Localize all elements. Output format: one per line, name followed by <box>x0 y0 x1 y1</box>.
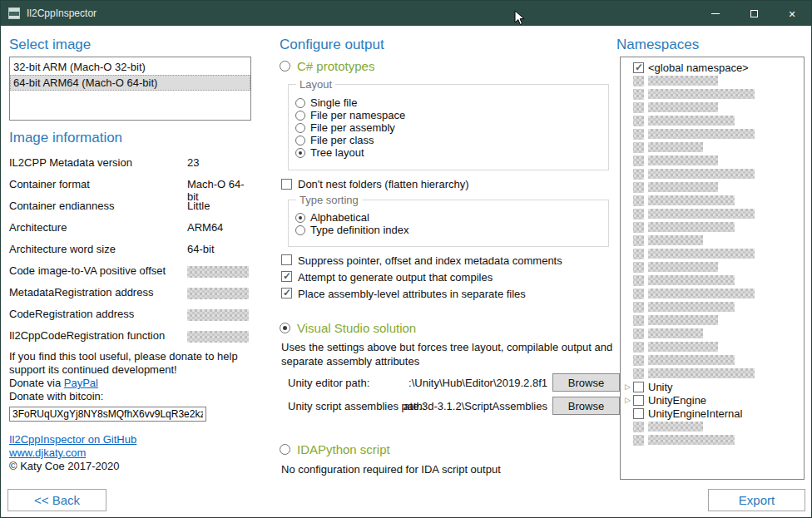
namespace-item[interactable]: <global namespace> <box>622 61 804 74</box>
expander-icon[interactable] <box>622 382 633 391</box>
csharp-prototypes-radio[interactable]: C# prototypes <box>280 59 374 73</box>
namespace-item[interactable] <box>622 420 804 433</box>
namespace-item[interactable] <box>622 287 804 300</box>
namespace-checkbox[interactable] <box>633 62 644 73</box>
maximize-button[interactable] <box>735 1 773 26</box>
close-button[interactable] <box>773 1 811 26</box>
namespace-item[interactable] <box>622 274 804 287</box>
namespace-checkbox[interactable] <box>633 262 644 273</box>
layout-option-radio[interactable]: Single file <box>295 96 608 109</box>
image-list-item[interactable]: 32-bit ARM (Mach-O 32-bit) <box>10 59 250 75</box>
radio-icon[interactable] <box>295 98 305 108</box>
namespace-checkbox[interactable] <box>633 368 644 379</box>
namespace-checkbox[interactable] <box>633 328 644 339</box>
namespace-checkbox[interactable] <box>633 249 644 259</box>
namespace-checkbox[interactable] <box>633 395 644 406</box>
type-sorting-option-radio[interactable]: Alphabetical <box>295 211 608 224</box>
namespace-item[interactable] <box>622 87 804 101</box>
namespace-item[interactable]: UnityEngineInternal <box>622 407 804 420</box>
namespace-checkbox[interactable] <box>633 355 644 366</box>
namespace-item[interactable] <box>622 127 804 141</box>
namespace-item[interactable] <box>622 340 804 353</box>
namespaces-list[interactable]: <global namespace> <box>620 57 805 480</box>
namespace-item[interactable] <box>622 194 804 207</box>
layout-option-radio[interactable]: Tree layout <box>295 146 608 159</box>
radio-icon[interactable] <box>295 213 305 223</box>
namespace-item[interactable] <box>622 141 804 154</box>
minimize-button[interactable] <box>696 1 735 26</box>
namespace-item[interactable] <box>622 367 804 380</box>
namespace-checkbox[interactable] <box>633 142 644 153</box>
namespace-checkbox[interactable] <box>633 89 644 100</box>
namespace-checkbox[interactable] <box>633 76 644 86</box>
namespace-item[interactable] <box>622 313 804 327</box>
namespace-item[interactable] <box>622 247 804 260</box>
type-sorting-option-radio[interactable]: Type definition index <box>295 224 608 236</box>
namespace-item[interactable] <box>622 167 804 180</box>
namespace-item[interactable] <box>622 327 804 340</box>
paypal-link[interactable]: PayPal <box>64 377 98 389</box>
namespace-checkbox[interactable] <box>633 209 644 220</box>
namespace-item[interactable] <box>622 220 804 234</box>
layout-option-radio[interactable]: File per assembly <box>295 121 608 134</box>
namespace-item[interactable] <box>622 234 804 247</box>
namespace-checkbox[interactable] <box>633 222 644 233</box>
checkbox-icon[interactable] <box>281 254 292 265</box>
namespace-checkbox[interactable] <box>633 289 644 299</box>
radio-icon[interactable] <box>295 123 305 133</box>
namespace-item[interactable] <box>622 74 804 87</box>
image-list-item[interactable]: 64-bit ARM64 (Mach-O 64-bit) <box>10 75 250 91</box>
visual-studio-solution-radio[interactable]: Visual Studio solution <box>280 321 416 335</box>
radio-icon[interactable] <box>280 61 290 72</box>
flatten-hierarchy-checkbox[interactable]: Don't nest folders (flatten hierarchy) <box>281 178 469 190</box>
export-button[interactable]: Export <box>708 489 805 511</box>
namespace-checkbox[interactable] <box>633 382 644 392</box>
namespace-checkbox[interactable] <box>633 182 644 193</box>
output-option-checkbox[interactable]: Attempt to generate output that compiles <box>281 271 614 288</box>
namespace-item[interactable] <box>622 300 804 313</box>
expander-icon[interactable] <box>622 396 633 404</box>
image-listbox[interactable]: 32-bit ARM (Mach-O 32-bit) 64-bit ARM64 … <box>9 57 251 121</box>
radio-icon[interactable] <box>280 323 290 333</box>
radio-icon[interactable] <box>280 444 290 455</box>
namespace-checkbox[interactable] <box>633 235 644 246</box>
namespace-item[interactable] <box>622 180 804 194</box>
namespace-checkbox[interactable] <box>633 116 644 126</box>
idapython-script-radio[interactable]: IDAPython script <box>280 442 390 456</box>
namespace-item[interactable] <box>622 260 804 274</box>
namespace-item[interactable] <box>622 433 804 446</box>
output-option-checkbox[interactable]: Place assembly-level attributes in separ… <box>281 288 614 304</box>
bitcoin-address-input[interactable] <box>9 407 206 422</box>
website-link[interactable]: www.djkaty.com <box>9 446 86 459</box>
radio-icon[interactable] <box>295 225 305 235</box>
title-bar[interactable]: Il2CppInspector <box>1 1 811 26</box>
namespace-checkbox[interactable] <box>633 129 644 140</box>
namespace-item[interactable] <box>622 353 804 367</box>
namespace-item[interactable] <box>622 154 804 167</box>
namespace-checkbox[interactable] <box>633 422 644 432</box>
namespace-checkbox[interactable] <box>633 275 644 286</box>
github-link[interactable]: Il2CppInspector on GitHub <box>9 433 136 446</box>
namespace-checkbox[interactable] <box>633 102 644 113</box>
namespace-item[interactable] <box>622 207 804 220</box>
checkbox-icon[interactable] <box>281 271 292 282</box>
radio-icon[interactable] <box>295 148 305 158</box>
checkbox-icon[interactable] <box>281 288 292 298</box>
namespace-checkbox[interactable] <box>633 155 644 166</box>
back-button[interactable]: << Back <box>7 489 106 511</box>
layout-option-radio[interactable]: File per namespace <box>295 109 608 121</box>
namespace-item[interactable]: UnityEngine <box>622 393 804 407</box>
namespace-checkbox[interactable] <box>633 315 644 326</box>
namespace-item[interactable]: Unity <box>622 380 804 393</box>
namespace-checkbox[interactable] <box>633 302 644 313</box>
layout-option-radio[interactable]: File per class <box>295 134 608 146</box>
output-option-checkbox[interactable]: Suppress pointer, offset and index metad… <box>281 254 614 271</box>
namespace-checkbox[interactable] <box>633 408 644 419</box>
namespace-checkbox[interactable] <box>633 169 644 180</box>
namespace-checkbox[interactable] <box>633 342 644 353</box>
unity-editor-browse-button[interactable]: Browse <box>552 373 620 392</box>
namespace-checkbox[interactable] <box>633 435 644 446</box>
radio-icon[interactable] <box>295 136 305 146</box>
namespace-checkbox[interactable] <box>633 195 644 206</box>
unity-script-browse-button[interactable]: Browse <box>552 397 620 415</box>
